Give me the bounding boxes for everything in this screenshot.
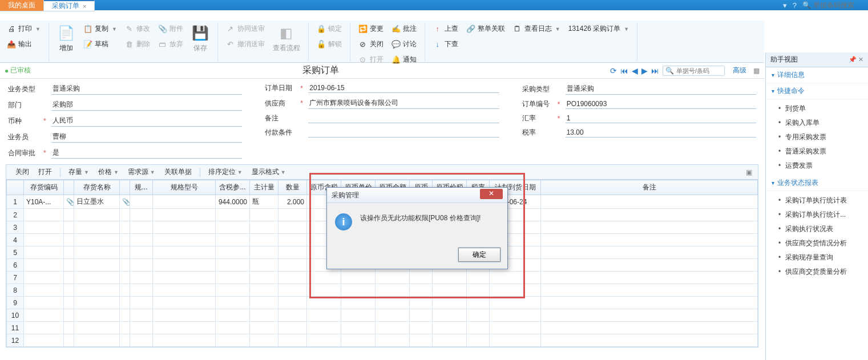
rate-value[interactable]: 1 bbox=[566, 114, 756, 123]
sidebar-item[interactable]: 采购订单执行统计... bbox=[778, 208, 868, 222]
doc-search[interactable]: 🔍 bbox=[663, 66, 725, 76]
first-icon[interactable]: ⏮ bbox=[620, 66, 628, 75]
gridtb-open[interactable]: 打开 bbox=[35, 166, 55, 178]
sidebar-item[interactable]: 采购入库单 bbox=[778, 116, 868, 130]
notify-button[interactable]: 🔔通知 bbox=[389, 54, 419, 66]
order-no-value[interactable]: PO19060093 bbox=[566, 99, 756, 109]
gridtb-stock[interactable]: 存量▼ bbox=[65, 166, 92, 178]
view-flow-button[interactable]: ◧ 查看流程 bbox=[271, 23, 302, 54]
down-check-button[interactable]: ↓下查 bbox=[431, 38, 461, 50]
change-button[interactable]: 🔁变更 bbox=[356, 23, 386, 35]
gridtb-linkdoc[interactable]: 关联单据 bbox=[161, 166, 195, 178]
attach-button[interactable]: 📎附件 bbox=[156, 23, 185, 35]
table-row[interactable]: 11 bbox=[7, 322, 758, 334]
table-row[interactable]: 9 bbox=[7, 297, 758, 309]
gridtb-sort[interactable]: 排序定位▼ bbox=[205, 166, 246, 178]
full-link-button[interactable]: 🔗整单关联 bbox=[464, 23, 507, 35]
note-value[interactable] bbox=[308, 114, 499, 123]
view-log-button[interactable]: 🗒查看日志▼ bbox=[511, 23, 563, 35]
output-button[interactable]: 📤输出 bbox=[5, 38, 43, 50]
help-icon[interactable]: ? bbox=[793, 1, 797, 10]
pay-terms-value[interactable] bbox=[308, 128, 499, 137]
col-tax-ref[interactable]: 含税参... bbox=[216, 180, 250, 195]
close-doc-icon: ⊘ bbox=[358, 40, 368, 49]
gridtb-price[interactable]: 价格▼ bbox=[95, 166, 122, 178]
col-inv-code[interactable]: 存货编码 bbox=[24, 180, 64, 195]
advanced-link[interactable]: 高级 bbox=[733, 66, 746, 75]
col-unit[interactable]: 主计量 bbox=[250, 180, 278, 195]
sidebar-item[interactable]: 到货单 bbox=[778, 102, 868, 116]
copy-button[interactable]: 📋复制▼ bbox=[81, 23, 119, 35]
prev-icon[interactable]: ◀ bbox=[632, 66, 638, 75]
gridtb-display[interactable]: 显示格式▼ bbox=[248, 166, 289, 178]
sidebar-item[interactable]: 采购现存量查询 bbox=[778, 250, 868, 265]
tab-desktop[interactable]: 我的桌面 bbox=[0, 0, 44, 11]
currency-value[interactable]: 人民币 bbox=[51, 115, 242, 127]
open-doc-button[interactable]: ⊙打开 bbox=[356, 54, 386, 66]
section-status-report[interactable]: ▾业务状态报表 bbox=[766, 175, 868, 191]
modify-button[interactable]: ✎修改 bbox=[123, 23, 152, 35]
dialog-titlebar[interactable]: 采购管理 ✕ bbox=[327, 188, 507, 203]
doc-search-input[interactable] bbox=[676, 67, 722, 74]
sidebar-item[interactable]: 采购订单执行统计表 bbox=[778, 193, 868, 208]
dialog-title: 采购管理 bbox=[332, 191, 359, 200]
sidebar-item[interactable]: 普通采购发票 bbox=[778, 144, 868, 159]
sidebar-item[interactable]: 运费发票 bbox=[778, 159, 868, 173]
gridtb-close[interactable]: 关闭 bbox=[12, 166, 33, 178]
col-remark[interactable]: 备注 bbox=[541, 180, 758, 195]
up-check-button[interactable]: ↑上查 bbox=[431, 23, 461, 35]
refresh-icon[interactable]: ⟳ bbox=[610, 66, 617, 75]
up-icon: ↑ bbox=[433, 25, 442, 34]
undo-submit-button[interactable]: ↶撤消送审 bbox=[224, 38, 267, 50]
add-button[interactable]: 📄 增加 bbox=[55, 23, 78, 54]
clerk-value[interactable]: 曹柳 bbox=[51, 131, 242, 143]
col-qty[interactable]: 数量 bbox=[278, 180, 307, 195]
delete-button[interactable]: 🗑删除 bbox=[123, 38, 152, 50]
po-type-value[interactable]: 普通采购 bbox=[566, 83, 756, 95]
sidebar-item[interactable]: 专用采购发票 bbox=[778, 130, 868, 144]
draft-button[interactable]: 📝草稿 bbox=[81, 38, 119, 50]
global-search-input[interactable] bbox=[813, 1, 865, 9]
global-search[interactable]: 🔍 bbox=[802, 1, 865, 9]
doc-ref-button[interactable]: 131426 采购订单▼ bbox=[566, 23, 631, 35]
dropdown-icon[interactable]: ▾ bbox=[783, 1, 787, 10]
table-row[interactable]: 10 bbox=[7, 309, 758, 322]
order-date-value[interactable]: 2019-06-15 bbox=[308, 83, 499, 93]
close-doc-button[interactable]: ⊘关闭 bbox=[356, 38, 386, 50]
batch-note-button[interactable]: ✍批注 bbox=[389, 23, 419, 35]
dialog-ok-button[interactable]: 确定 bbox=[458, 248, 500, 262]
save-button[interactable]: 💾 保存 bbox=[189, 23, 212, 54]
supplier-value[interactable]: 广州市辉泉喷码设备有限公司 bbox=[308, 98, 499, 109]
table-row[interactable]: 12 bbox=[7, 334, 758, 347]
biz-type-value[interactable]: 普通采购 bbox=[51, 83, 242, 95]
discuss-button[interactable]: 💬讨论 bbox=[389, 38, 419, 50]
grid-layout-icon[interactable]: ▦ bbox=[753, 67, 760, 75]
tab-purchase-order[interactable]: 采购订单× bbox=[44, 0, 95, 11]
tax-rate-value[interactable]: 13.00 bbox=[566, 128, 756, 137]
abandon-button[interactable]: 🗃放弃 bbox=[156, 38, 185, 50]
col-spec[interactable]: 规... bbox=[130, 180, 153, 195]
dialog-close-button[interactable]: ✕ bbox=[480, 189, 503, 199]
section-details[interactable]: ▾详细信息 bbox=[766, 67, 868, 83]
lock-button[interactable]: 🔒锁定 bbox=[314, 23, 344, 35]
last-icon[interactable]: ⏭ bbox=[651, 66, 659, 75]
undo-icon: ↶ bbox=[226, 40, 235, 49]
gridtb-demand[interactable]: 需求源▼ bbox=[124, 166, 159, 178]
close-icon[interactable]: × bbox=[83, 3, 86, 10]
unlock-button[interactable]: 🔓解锁 bbox=[314, 38, 344, 50]
table-row[interactable]: 8 bbox=[7, 284, 758, 297]
print-button[interactable]: 🖨打印▼ bbox=[5, 23, 43, 35]
col-inv-name[interactable]: 存货名称 bbox=[74, 180, 120, 195]
sidebar-item[interactable]: 采购执行状况表 bbox=[778, 222, 868, 236]
sidebar-item[interactable]: 供应商交货情况分析 bbox=[778, 236, 868, 250]
col-model[interactable]: 规格型号 bbox=[153, 180, 216, 195]
next-icon[interactable]: ▶ bbox=[641, 66, 648, 75]
section-quick[interactable]: ▾快捷命令 bbox=[766, 83, 868, 99]
contract-approve-value[interactable]: 是 bbox=[51, 147, 242, 159]
coop-submit-button[interactable]: ↗协同送审 bbox=[224, 23, 267, 35]
maximize-icon[interactable]: ▣ bbox=[746, 168, 752, 176]
dept-value[interactable]: 采购部 bbox=[51, 99, 242, 111]
table-row[interactable]: 7 bbox=[7, 272, 758, 284]
sidebar-item[interactable]: 供应商交货质量分析 bbox=[778, 265, 868, 279]
pin-icon[interactable]: 📌 ✕ bbox=[849, 56, 863, 63]
